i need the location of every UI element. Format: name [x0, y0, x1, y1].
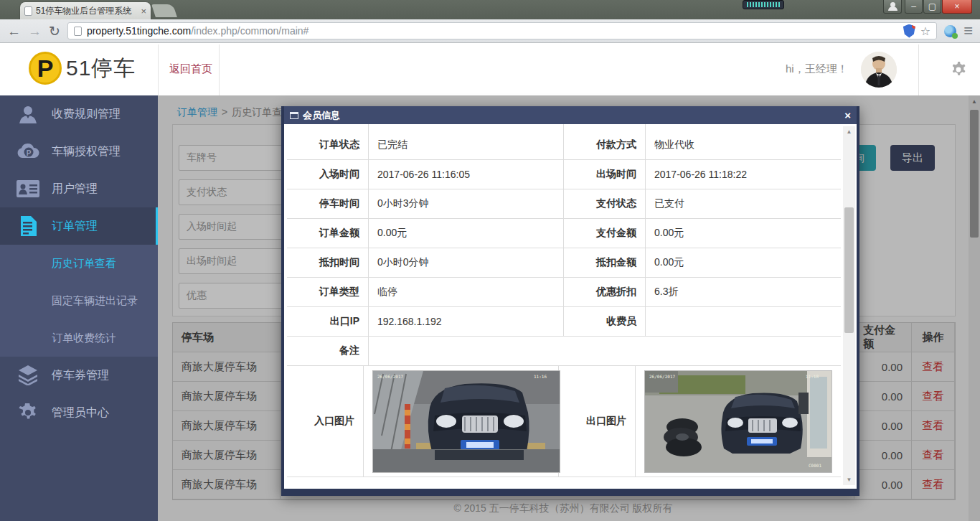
url-bar[interactable]: property.51tingche.com/index.php/common/… [67, 22, 937, 39]
modal-body: 订单状态 已完结 付款方式 物业代收 入场时间 2017-06-26 11:16… [284, 124, 857, 489]
browser-toolbar: ← → ↻ property.51tingche.com/index.php/c… [0, 19, 980, 43]
info-row-type: 订单类型 临停 优惠折扣 6.3折 [287, 278, 841, 307]
layers-icon [16, 365, 40, 385]
security-shield-icon[interactable] [903, 24, 915, 38]
url-host: property.51tingche.com [87, 25, 191, 37]
entry-photo[interactable]: 26/06/2017 11:16 [372, 370, 560, 473]
document-icon [16, 216, 40, 236]
back-icon[interactable]: ← [7, 24, 21, 38]
info-row-remark: 备注 [287, 337, 841, 366]
sidebar-item-label: 订单管理 [52, 219, 98, 234]
settings-gear-icon[interactable] [937, 43, 980, 95]
sidebar-item-order-mgmt[interactable]: 订单管理 [0, 207, 158, 245]
reload-icon[interactable]: ↻ [49, 24, 60, 38]
network-monitor-widget [743, 0, 784, 9]
url-page-icon [74, 27, 82, 36]
modal-title: 会员信息 [303, 109, 840, 122]
modal-scrollbar-thumb[interactable] [844, 207, 854, 333]
member-info-table: 订单状态 已完结 付款方式 物业代收 入场时间 2017-06-26 11:16… [287, 124, 841, 477]
sidebar-subitem-order-fee-stats[interactable]: 订单收费统计 [0, 319, 158, 357]
browser-profile-button[interactable] [883, 0, 902, 14]
sidebar-item-user-mgmt[interactable]: 用户管理 [0, 170, 158, 207]
window-maximize-button[interactable]: ▢ [923, 0, 941, 14]
svg-text:26/06/2017: 26/06/2017 [377, 374, 404, 379]
info-row-times: 入场时间 2017-06-26 11:16:05 出场时间 2017-06-26… [287, 160, 841, 189]
tab-title: 51停车物业后台管理系统 [36, 5, 137, 17]
sidebar-item-label: 管理员中心 [52, 405, 109, 421]
header-divider [158, 44, 159, 95]
header-divider [219, 44, 220, 95]
info-row-status: 订单状态 已完结 付款方式 物业代收 [287, 131, 841, 160]
tab-close-icon[interactable]: × [141, 6, 146, 17]
window-close-button[interactable]: × [942, 0, 972, 14]
sidebar-nav: 收费规则管理 P 车辆授权管理 用户管理 订单管理 历史订单查看 固定车辆进出记… [0, 95, 158, 521]
sidebar-submenu-orders: 历史订单查看 固定车辆进出记录 订单收费统计 [0, 245, 158, 357]
network-bars-icon [747, 2, 780, 7]
user-avatar[interactable] [861, 52, 897, 88]
svg-text:26/06/2017: 26/06/2017 [649, 374, 676, 379]
info-row-duration: 停车时间 0小时3分钟 支付状态 已支付 [287, 189, 841, 219]
bookmark-star-icon[interactable]: ☆ [920, 24, 930, 38]
cloud-p-icon: P [16, 142, 40, 161]
sidebar-item-label: 车辆授权管理 [52, 144, 121, 159]
modal-scroll-up-icon[interactable]: ▲ [843, 126, 855, 137]
modal-scroll-down-icon[interactable]: ▼ [843, 474, 855, 485]
info-row-amount: 订单金额 0.00元 支付金额 0.00元 [287, 219, 841, 248]
translate-globe-icon[interactable] [944, 25, 956, 37]
url-path: /index.php/common/main# [191, 25, 308, 37]
info-row-exit-ip: 出口IP 192.168.1.192 收费员 [287, 307, 841, 337]
sidebar-subitem-history-orders[interactable]: 历史订单查看 [0, 245, 158, 282]
svg-text:C0001: C0001 [809, 463, 821, 468]
forward-icon[interactable]: → [28, 24, 42, 38]
logo-p-icon: P [29, 52, 62, 85]
member-info-modal: 会员信息 × 订单状态 已完结 付款方式 物业代收 入场时间 2017-06-2… [281, 106, 859, 496]
sidebar-item-vehicle-auth[interactable]: P 车辆授权管理 [0, 133, 158, 170]
modal-scrollbar[interactable]: ▲ ▼ [843, 126, 855, 485]
svg-text:11:16: 11:16 [534, 374, 547, 379]
sidebar-item-parking-coupons[interactable]: 停车券管理 [0, 357, 158, 394]
svg-text:11:18: 11:18 [806, 374, 819, 379]
modal-close-icon[interactable]: × [844, 109, 851, 121]
gear-icon [16, 402, 40, 423]
sidebar-item-admin-center[interactable]: 管理员中心 [0, 394, 158, 431]
info-row-images: 入口图片 [287, 366, 841, 477]
sidebar-subitem-fixed-vehicle-log[interactable]: 固定车辆进出记录 [0, 282, 158, 319]
id-card-icon [16, 180, 40, 197]
sidebar-item-fee-rules[interactable]: 收费规则管理 [0, 95, 158, 133]
header-divider [918, 44, 919, 95]
app-logo[interactable]: P 51停车 [29, 52, 136, 85]
sidebar-item-label: 用户管理 [52, 182, 98, 197]
user-greeting: hi，王经理！ [786, 43, 848, 95]
svg-text:P: P [27, 149, 32, 157]
back-home-link[interactable]: 返回首页 [164, 43, 218, 95]
window-minimize-button[interactable]: – [905, 0, 923, 14]
sidebar-item-label: 停车券管理 [52, 368, 109, 383]
browser-menu-icon[interactable]: ≡ [963, 22, 973, 40]
browser-tab[interactable]: 51停车物业后台管理系统 × [20, 2, 151, 19]
logo-text: 51停车 [66, 54, 136, 83]
window-widget-icon [290, 112, 298, 119]
user-icon [16, 103, 40, 125]
sidebar-item-label: 收费规则管理 [52, 107, 121, 122]
page-icon [24, 6, 32, 16]
info-row-deduction: 抵扣时间 0小时0分钟 抵扣金额 0.00元 [287, 248, 841, 278]
modal-titlebar[interactable]: 会员信息 × [284, 106, 857, 124]
exit-photo[interactable]: 26/06/2017 11:18 C0001 [644, 370, 832, 473]
